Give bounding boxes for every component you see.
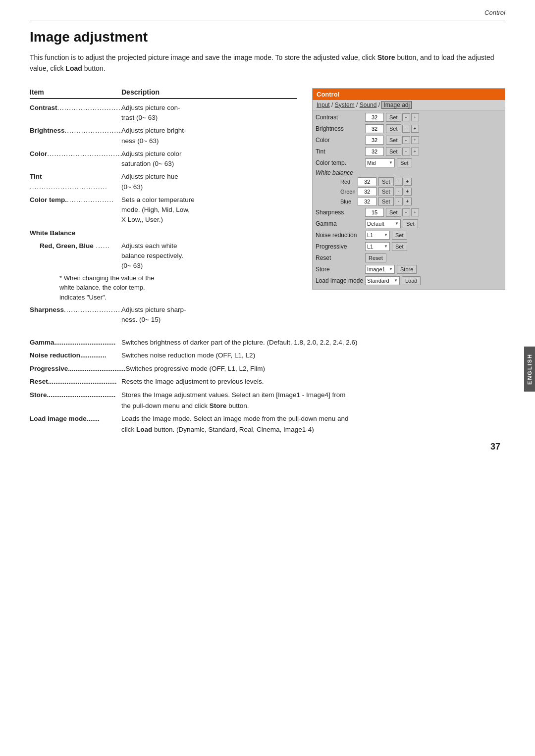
below-desc-store: Stores the Image adjustment values. Sele… [121,390,505,411]
below-row-progressive: Progressive.............................… [30,363,505,374]
panel-set-contrast[interactable]: Set [386,113,401,122]
panel-label-color-temp: Color temp. [316,159,365,166]
panel-minus-color[interactable]: - [402,136,410,144]
panel-value-blue: 32 [358,197,376,206]
panel-value-color: 32 [365,136,384,145]
below-row-store: Store...................................… [30,390,505,411]
page-label: Control [484,9,505,16]
panel-row-color: Color 32 Set - + [316,135,502,145]
below-item-reset: Reset...................................… [30,376,121,387]
panel-set-brightness[interactable]: Set [386,124,401,133]
nav-sound[interactable]: Sound [360,101,377,108]
below-item-progressive: Progressive.............................… [30,363,126,374]
white-balance-label: White Balance [30,228,297,238]
panel-select-gamma[interactable]: Default ▼ [365,219,401,228]
below-desc-reset: Resets the Image adjustment to previous … [121,376,505,387]
table-row: Tint ................................. A… [30,172,297,192]
panel-set-color-temp[interactable]: Set [397,158,412,167]
item-desc-brightness: Adjusts picture bright-ness (0~ 63) [121,126,297,146]
panel-plus-blue[interactable]: + [404,198,412,205]
item-desc-tint: Adjusts picture hue(0~ 63) [121,172,297,192]
panel-minus-red[interactable]: - [395,178,403,186]
panel-value-tint: 32 [365,147,384,156]
panel-plus-brightness[interactable]: + [411,125,419,133]
panel-minus-contrast[interactable]: - [402,113,410,121]
item-label-rgb: Red, Green, Blue ...... [30,241,121,271]
panel-value-sharpness: 15 [365,208,384,217]
panel-nav: Input / System / Sound / Image adj [313,100,505,110]
item-desc-color: Adjusts picture colorsaturation (0~ 63) [121,149,297,169]
below-item-store: Store...................................… [30,390,121,411]
panel-select-color-temp[interactable]: Mid ▼ [365,158,395,167]
panel-row-progressive: Progressive L1 ▼ Set [316,242,502,252]
panel-set-green[interactable]: Set [378,187,394,196]
panel-label-reset: Reset [316,254,365,261]
nav-input[interactable]: Input [317,101,330,108]
panel-label-progressive: Progressive [316,243,365,250]
nav-system[interactable]: System [335,101,355,108]
panel-reset-button[interactable]: Reset [365,253,386,262]
panel-row-contrast: Contrast 32 Set - + [316,112,502,122]
page-number: 37 [490,442,500,452]
panel-plus-tint[interactable]: + [411,148,419,155]
panel-set-progressive[interactable]: Set [392,242,407,251]
item-desc-sharpness: Adjusts picture sharp-ness. (0~ 15) [121,305,297,325]
item-label-color: Color...................................… [30,149,121,169]
nav-image-adj[interactable]: Image adj [381,101,412,109]
item-desc-color-temp: Sets a color temperaturemode. (High, Mid… [121,195,297,225]
below-desc-progressive: Switches progressive mode (OFF, L1, L2, … [126,363,505,374]
table-row-white-balance: White Balance Red, Green, Blue ...... Ad… [30,228,297,302]
panel-label-noise-reduction: Noise reduction [316,232,365,239]
panel-value-red: 32 [358,177,376,186]
english-tab: ENGLISH [524,347,535,392]
panel-plus-color[interactable]: + [411,136,419,144]
panel-plus-red[interactable]: + [404,178,412,186]
control-panel: Control Input / System / Sound / Image a… [312,88,505,290]
panel-select-load-image-mode[interactable]: Standard ▼ [365,276,400,285]
panel-label-contrast: Contrast [316,114,365,121]
panel-row-green: Green 32 Set - + [316,187,502,196]
panel-set-gamma[interactable]: Set [403,219,418,228]
panel-store-button[interactable]: Store [397,265,417,274]
panel-set-tint[interactable]: Set [386,147,401,156]
panel-plus-green[interactable]: + [404,188,412,196]
panel-row-blue: Blue 32 Set - + [316,197,502,206]
table-row: Color temp..................... Sets a c… [30,195,297,225]
white-balance-note: * When changing the value of the white b… [30,273,297,302]
panel-set-blue[interactable]: Set [378,197,394,206]
panel-minus-green[interactable]: - [395,188,403,196]
panel-load-button[interactable]: Load [402,276,421,285]
panel-minus-tint[interactable]: - [402,148,410,155]
panel-minus-blue[interactable]: - [395,198,403,205]
panel-set-sharpness[interactable]: Set [386,208,401,217]
below-row-noise: Noise reduction.............. Switches n… [30,350,505,361]
panel-row-red: Red 32 Set - + [316,177,502,186]
panel-plus-sharpness[interactable]: + [411,208,419,216]
panel-minus-brightness[interactable]: - [402,125,410,133]
item-label-tint: Tint ................................. [30,172,121,192]
panel-row-store: Store Image1 ▼ Store [316,264,502,274]
panel-set-noise-reduction[interactable]: Set [392,231,407,240]
panel-value-brightness: 32 [365,124,384,133]
panel-select-progressive[interactable]: L1 ▼ [365,242,390,251]
panel-label-red: Red [340,179,358,185]
panel-plus-contrast[interactable]: + [411,113,419,121]
panel-set-color[interactable]: Set [386,136,401,145]
table-row: Color...................................… [30,149,297,169]
panel-minus-sharpness[interactable]: - [402,208,410,216]
panel-label-brightness: Brightness [316,125,365,132]
panel-row-reset: Reset Reset [316,253,502,263]
panel-label-color: Color [316,137,365,144]
col-desc-header: Description [121,88,160,96]
panel-select-store[interactable]: Image1 ▼ [365,265,395,274]
panel-label-load-image-mode: Load image mode [316,277,365,284]
table-row: Brightness......................... Adju… [30,126,297,146]
panel-set-red[interactable]: Set [378,177,394,186]
panel-row-noise-reduction: Noise reduction L1 ▼ Set [316,230,502,240]
panel-select-noise-reduction[interactable]: L1 ▼ [365,231,390,240]
panel-label-tint: Tint [316,148,365,155]
below-row-reset: Reset...................................… [30,376,505,387]
panel-label-store: Store [316,266,365,273]
panel-header: Control [313,89,505,100]
table-row: Contrast.............................. A… [30,103,297,123]
